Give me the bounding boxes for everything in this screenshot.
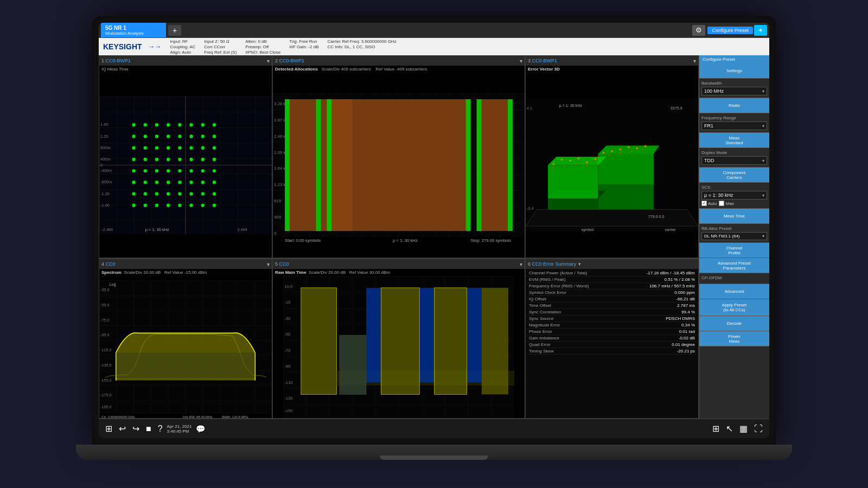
chat-button[interactable]: 💬 [194, 423, 207, 434]
error-row-value: -66.21 dB [676, 297, 695, 301]
svg-text:400m: 400m [100, 157, 111, 162]
expand-button[interactable]: ✦ [754, 25, 767, 36]
meas-time-button[interactable]: Meas Time [699, 209, 769, 224]
error-row-label: Magnitude Error [529, 323, 560, 328]
undo-button[interactable]: ↩ [117, 422, 128, 435]
spectrum-plot-body: -35.0 -55.0 -75.0 -95.0 -115.0 -135.0 -1… [99, 276, 272, 418]
svg-marker-106 [548, 198, 598, 210]
svg-point-6 [155, 123, 158, 126]
add-tab-button[interactable]: + [168, 25, 181, 36]
scs-value[interactable]: μ = 1: 30 kHz ▾ [701, 191, 767, 200]
auto-checkbox[interactable]: ✓ Auto [701, 201, 717, 206]
spectrum-dropdown-arrow[interactable]: ▾ [267, 261, 270, 267]
man-checkbox[interactable]: Man [719, 201, 734, 206]
ev3d-dropdown-arrow[interactable]: ▾ [693, 58, 696, 64]
error-table: Channel Power (Active / Total)-17.16 dBm… [526, 269, 698, 356]
configure-preset-button[interactable]: Configure Preset [699, 55, 769, 63]
svg-point-45 [144, 181, 147, 184]
svg-point-128 [586, 164, 588, 166]
svg-point-61 [144, 204, 147, 207]
svg-point-130 [608, 154, 610, 156]
svg-point-57 [189, 192, 193, 195]
svg-point-43 [213, 169, 216, 172]
error-row-value: 0.34 % [681, 323, 695, 328]
svg-point-34 [201, 158, 205, 161]
alloc-dropdown-arrow[interactable]: ▾ [520, 58, 522, 64]
radio-button[interactable]: Radio [699, 98, 769, 113]
svg-rect-87 [327, 99, 331, 231]
iq-svg: 1.60 1.20 800m 400m 0 -400m -800m -1.20 [99, 73, 272, 258]
svg-text:Info BW: 98.30 MHz: Info BW: 98.30 MHz [183, 415, 213, 418]
svg-point-127 [575, 163, 577, 165]
svg-point-39 [167, 169, 170, 172]
raw-main-dropdown-arrow[interactable]: ▾ [520, 261, 522, 267]
component-carriers-button[interactable]: ComponentCarriers [699, 168, 769, 183]
error-row: IQ Offset-66.21 dB [527, 296, 697, 303]
svg-point-29 [144, 158, 147, 161]
help-button[interactable]: ? [156, 423, 165, 435]
windows-button[interactable]: ⊞ [103, 422, 114, 435]
svg-point-24 [178, 146, 181, 150]
svg-point-66 [201, 204, 205, 207]
iq-channel: CC0-BWP1 [106, 58, 131, 63]
svg-rect-162 [419, 288, 434, 383]
svg-text:3375.9: 3375.9 [671, 106, 682, 111]
channel-profile-button[interactable]: ChannelProfile [699, 243, 769, 258]
svg-point-18 [201, 134, 205, 138]
bandwidth-value[interactable]: 100 MHz ▾ [701, 87, 767, 95]
decode-button[interactable]: Decode [699, 316, 769, 331]
redo-button[interactable]: ↪ [130, 422, 142, 435]
svg-point-58 [201, 192, 205, 195]
raw-main-plot-header: 5 CC0 ▾ [273, 259, 525, 269]
apply-preset-button[interactable]: Apply Preset(to All CCs) [699, 299, 769, 316]
ev3d-panel-num: 3 CC0-BWP1 [528, 58, 557, 63]
grid-button[interactable]: ⊞ [710, 422, 722, 435]
svg-text:-70: -70 [284, 348, 290, 353]
stop-button[interactable]: ■ [144, 423, 154, 435]
meas-standard-button[interactable]: MeasStandard [699, 133, 769, 148]
advanced-button[interactable]: Advanced [699, 284, 769, 299]
svg-text:-75.0: -75.0 [100, 318, 109, 323]
error-row-label: Phase Error [529, 329, 552, 334]
svg-point-116 [577, 157, 579, 159]
meas-setup-button[interactable]: Configure Preset [707, 27, 753, 34]
scs-auto-man-row: ✓ Auto Man [701, 201, 767, 206]
duplex-mode-section: Duplex Mode TDD ▾ [699, 148, 769, 168]
layout-button[interactable]: ▦ [737, 422, 750, 435]
svg-point-17 [189, 134, 193, 138]
right-sidebar: Configure Preset Settings Bandwidth 100 … [699, 55, 769, 419]
svg-rect-88 [466, 99, 471, 231]
fullscreen-button[interactable]: ⛶ [752, 422, 765, 435]
svg-rect-89 [477, 99, 513, 231]
duplex-mode-value[interactable]: TDD ▾ [701, 156, 767, 165]
svg-point-33 [189, 158, 193, 161]
svg-point-121 [619, 149, 621, 151]
error-row-value: 106.7 mHz / 567.5 mHz [649, 284, 695, 288]
rb-alloc-value[interactable]: DL NR-TM3.1 (64) ▾ [701, 232, 767, 240]
error-row-label: Time Offset [529, 303, 551, 308]
error-row: Quad Error0.01 degree [527, 342, 697, 348]
svg-point-53 [144, 192, 147, 195]
iq-dropdown-arrow[interactable]: ▾ [267, 58, 270, 64]
power-meas-button[interactable]: PowerMeas [699, 331, 769, 346]
svg-rect-164 [381, 288, 419, 395]
svg-point-10 [201, 123, 205, 126]
svg-point-14 [155, 134, 158, 138]
svg-text:409: 409 [274, 215, 281, 220]
error-summary-dropdown[interactable]: ▾ [578, 261, 581, 267]
svg-rect-166 [482, 288, 508, 395]
svg-point-59 [213, 192, 216, 195]
svg-text:2.87 k: 2.87 k [274, 118, 285, 123]
freq-range-value[interactable]: FR1 ▾ [701, 121, 767, 130]
cursor-button[interactable]: ↖ [724, 422, 735, 435]
svg-point-37 [144, 169, 147, 172]
svg-point-28 [132, 158, 135, 161]
settings-gear-button[interactable]: ⚙ [692, 25, 705, 36]
settings-button[interactable]: Settings [699, 63, 769, 79]
advanced-preset-button[interactable]: Advanced PresetParameters [699, 258, 769, 273]
svg-text:-150: -150 [284, 408, 292, 413]
input-label: Input: RF [170, 39, 196, 44]
taskbar-date: Apr 21, 2021 [167, 424, 192, 429]
error-row: Timing Skew-20.21 ps [527, 348, 697, 355]
svg-text:-195.0: -195.0 [100, 405, 111, 409]
